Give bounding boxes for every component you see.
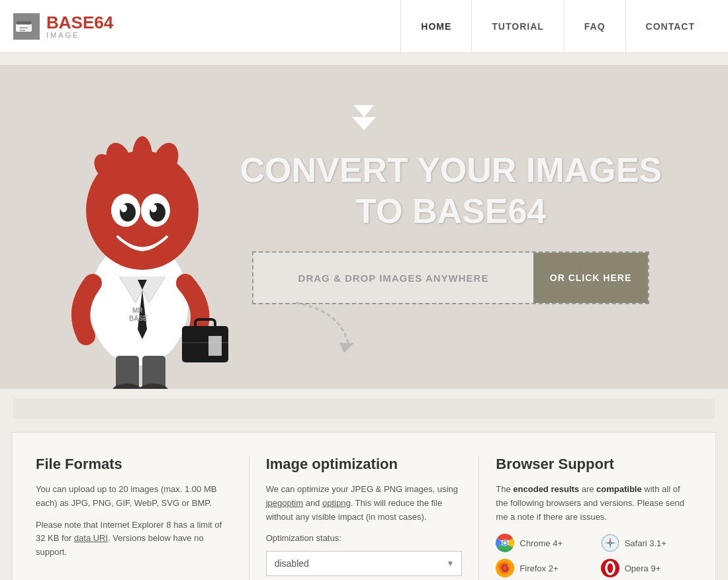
nav-indicator <box>354 105 374 117</box>
svg-marker-28 <box>338 341 354 354</box>
nav-faq[interactable]: FAQ <box>564 0 625 52</box>
svg-point-17 <box>150 204 157 212</box>
svg-point-16 <box>120 204 127 212</box>
svg-point-8 <box>132 136 152 176</box>
logo-base: BASE <box>46 13 94 32</box>
progress-bar <box>13 399 715 419</box>
image-optimization-col: Image optimization We can optimize your … <box>250 456 480 580</box>
browser-item-firefox: Firefox 2+ <box>496 559 587 577</box>
browser-item-opera: Opera 9+ <box>601 559 692 577</box>
info-section: File Formats You can upload up to 20 ima… <box>12 432 716 580</box>
svg-point-41 <box>610 542 611 544</box>
nav-home[interactable]: HOME <box>400 0 471 52</box>
file-formats-col: File Formats You can upload up to 20 ima… <box>19 456 250 580</box>
browser-item-chrome: Chrome 4+ <box>496 534 587 552</box>
opera-label: Opera 9+ <box>625 563 661 573</box>
logo-icon <box>13 13 40 40</box>
svg-point-45 <box>503 566 507 570</box>
image-optimization-title: Image optimization <box>266 456 463 473</box>
logo-subtitle: IMAGE <box>46 31 113 39</box>
svg-text:MR: MR <box>132 307 143 314</box>
logo-text-area: BASE64 IMAGE <box>46 14 113 39</box>
optipng-link[interactable]: optipng <box>322 498 351 508</box>
logo-64: 64 <box>94 13 113 32</box>
browser-item-safari: Safari 3.1+ <box>601 534 692 552</box>
click-here-button[interactable]: OR CLICK HERE <box>533 253 648 303</box>
file-formats-title: File Formats <box>36 456 232 473</box>
hero-title: CONVERT YOUR IMAGES TO BASE64 <box>240 149 662 232</box>
hero-content: CONVERT YOUR IMAGES TO BASE64 DRAG & DRO… <box>240 149 662 305</box>
opt-status-label: Optimization status: <box>266 532 463 546</box>
svg-point-33 <box>504 542 507 545</box>
dropzone[interactable]: DRAG & DROP IMAGES ANYWHERE OR CLICK HER… <box>252 251 649 304</box>
mascot: MR BASE <box>40 85 238 389</box>
svg-rect-2 <box>16 21 32 24</box>
svg-marker-25 <box>208 336 222 356</box>
data-uri-link[interactable]: data URI <box>74 533 108 543</box>
safari-icon <box>601 534 619 552</box>
logo-area: BASE64 IMAGE <box>13 13 113 40</box>
nav-contact[interactable]: CONTACT <box>625 0 715 52</box>
browser-support-col: Browser Support The encoded results are … <box>479 456 709 580</box>
optimization-select[interactable]: disabled enabled <box>266 551 463 576</box>
progress-bar-container <box>0 389 728 429</box>
browser-grid: Chrome 4+ Safa <box>496 534 692 580</box>
logo-title: BASE64 <box>46 14 113 31</box>
nav-tutorial[interactable]: TUTORIAL <box>471 0 564 52</box>
image-optimization-para: We can optimize your JPEG & PNG images, … <box>266 483 463 524</box>
chrome-label: Chrome 4+ <box>520 538 563 548</box>
arrow-hint <box>280 295 369 368</box>
firefox-label: Firefox 2+ <box>520 563 558 573</box>
safari-label: Safari 3.1+ <box>625 538 666 548</box>
browser-support-title: Browser Support <box>496 456 692 473</box>
opera-icon <box>601 559 619 577</box>
browser-support-desc: The encoded results are compatible with … <box>496 483 692 524</box>
file-formats-para2: Please note that Internet Explorer 8 has… <box>36 518 232 559</box>
chrome-icon <box>496 534 514 552</box>
main-nav: HOME TUTORIAL FAQ CONTACT <box>400 0 715 52</box>
file-formats-para1: You can upload up to 20 images (max. 1.0… <box>36 483 232 511</box>
svg-text:BASE: BASE <box>129 315 148 322</box>
header: BASE64 IMAGE HOME TUTORIAL FAQ CONTACT <box>0 0 728 53</box>
jpegoptim-link[interactable]: jpegoptim <box>266 498 303 508</box>
firefox-icon <box>496 559 514 577</box>
optimization-select-wrapper: disabled enabled ▼ <box>266 551 463 576</box>
